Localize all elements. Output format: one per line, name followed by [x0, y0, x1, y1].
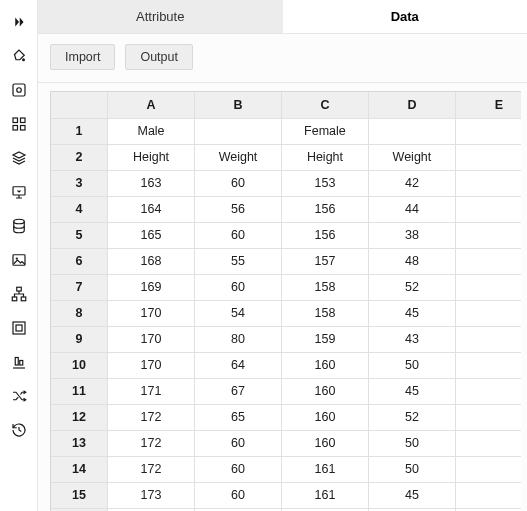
database-icon[interactable]	[3, 210, 35, 242]
cell[interactable]: 44	[368, 196, 455, 222]
tab-data[interactable]: Data	[283, 0, 528, 33]
col-header-B[interactable]: B	[195, 92, 282, 118]
cell[interactable]: 55	[195, 248, 282, 274]
cell[interactable]: 48	[368, 248, 455, 274]
col-header-A[interactable]: A	[108, 92, 195, 118]
row-header[interactable]: 8	[51, 300, 108, 326]
cell[interactable]: Male	[108, 118, 195, 144]
cell[interactable]: 157	[281, 248, 368, 274]
cell[interactable]: 50	[368, 456, 455, 482]
cell[interactable]: 38	[368, 222, 455, 248]
grid-icon[interactable]	[3, 108, 35, 140]
cell[interactable]	[455, 482, 521, 508]
cell[interactable]: 163	[108, 170, 195, 196]
cell[interactable]	[455, 248, 521, 274]
cell[interactable]	[455, 456, 521, 482]
cell[interactable]: 158	[281, 300, 368, 326]
cell[interactable]: 168	[108, 248, 195, 274]
cell[interactable]	[455, 352, 521, 378]
tab-attribute[interactable]: Attribute	[38, 0, 283, 33]
cell[interactable]: Weight	[195, 144, 282, 170]
cell[interactable]: 164	[108, 196, 195, 222]
row-header[interactable]: 7	[51, 274, 108, 300]
cell[interactable]: 172	[108, 456, 195, 482]
row-header[interactable]: 1	[51, 118, 108, 144]
col-header-E[interactable]: E	[455, 92, 521, 118]
cell[interactable]	[455, 118, 521, 144]
cell[interactable]: Female	[281, 118, 368, 144]
cell[interactable]: 161	[281, 482, 368, 508]
cell[interactable]: 173	[108, 482, 195, 508]
col-header-D[interactable]: D	[368, 92, 455, 118]
cell[interactable]: 156	[281, 196, 368, 222]
cell[interactable]: Height	[108, 144, 195, 170]
cell[interactable]	[455, 378, 521, 404]
cell[interactable]: 60	[195, 170, 282, 196]
cell[interactable]: 170	[108, 352, 195, 378]
cell[interactable]: 170	[108, 300, 195, 326]
cell[interactable]: 54	[195, 300, 282, 326]
cell[interactable]: 64	[195, 352, 282, 378]
cell[interactable]	[455, 222, 521, 248]
cell[interactable]: 160	[281, 430, 368, 456]
cell[interactable]: 60	[195, 222, 282, 248]
bucket-icon[interactable]	[3, 40, 35, 72]
cell[interactable]: 165	[108, 222, 195, 248]
cell[interactable]: Weight	[368, 144, 455, 170]
row-header[interactable]: 2	[51, 144, 108, 170]
cell[interactable]: Height	[281, 144, 368, 170]
row-header[interactable]: 14	[51, 456, 108, 482]
corner-cell[interactable]	[51, 92, 108, 118]
cell[interactable]: 50	[368, 352, 455, 378]
import-button[interactable]: Import	[50, 44, 115, 70]
cell[interactable]: 172	[108, 430, 195, 456]
cell[interactable]	[455, 144, 521, 170]
layers-icon[interactable]	[3, 142, 35, 174]
row-header[interactable]: 5	[51, 222, 108, 248]
cell[interactable]	[455, 430, 521, 456]
row-header[interactable]: 15	[51, 482, 108, 508]
row-header[interactable]: 4	[51, 196, 108, 222]
cell[interactable]: 80	[195, 326, 282, 352]
cell[interactable]: 60	[195, 456, 282, 482]
cell[interactable]: 161	[281, 456, 368, 482]
cell[interactable]: 65	[195, 404, 282, 430]
row-header[interactable]: 12	[51, 404, 108, 430]
cell[interactable]	[455, 326, 521, 352]
shuffle-icon[interactable]	[3, 380, 35, 412]
row-header[interactable]: 9	[51, 326, 108, 352]
col-header-C[interactable]: C	[281, 92, 368, 118]
cell[interactable]: 45	[368, 378, 455, 404]
expand-icon[interactable]	[3, 6, 35, 38]
cell[interactable]	[195, 118, 282, 144]
cell[interactable]: 172	[108, 404, 195, 430]
image-icon[interactable]	[3, 244, 35, 276]
cell[interactable]: 50	[368, 430, 455, 456]
cell[interactable]: 160	[281, 352, 368, 378]
cell[interactable]: 45	[368, 300, 455, 326]
row-header[interactable]: 3	[51, 170, 108, 196]
cell[interactable]: 52	[368, 404, 455, 430]
hierarchy-icon[interactable]	[3, 278, 35, 310]
cell[interactable]: 160	[281, 404, 368, 430]
cell[interactable]: 67	[195, 378, 282, 404]
cell[interactable]	[368, 118, 455, 144]
cell[interactable]: 171	[108, 378, 195, 404]
frame-icon[interactable]	[3, 312, 35, 344]
history-icon[interactable]	[3, 414, 35, 446]
cell[interactable]	[455, 274, 521, 300]
cell[interactable]: 60	[195, 430, 282, 456]
cell[interactable]: 60	[195, 482, 282, 508]
cell[interactable]: 156	[281, 222, 368, 248]
cell[interactable]	[455, 404, 521, 430]
settings-gear-icon[interactable]	[3, 74, 35, 106]
cell[interactable]: 43	[368, 326, 455, 352]
cell[interactable]: 170	[108, 326, 195, 352]
cell[interactable]: 160	[281, 378, 368, 404]
cell[interactable]: 153	[281, 170, 368, 196]
cell[interactable]: 158	[281, 274, 368, 300]
spreadsheet[interactable]: A B C D E 1MaleFemale2HeightWeightHeight…	[50, 91, 521, 511]
row-header[interactable]: 10	[51, 352, 108, 378]
row-header[interactable]: 6	[51, 248, 108, 274]
align-bottom-icon[interactable]	[3, 346, 35, 378]
